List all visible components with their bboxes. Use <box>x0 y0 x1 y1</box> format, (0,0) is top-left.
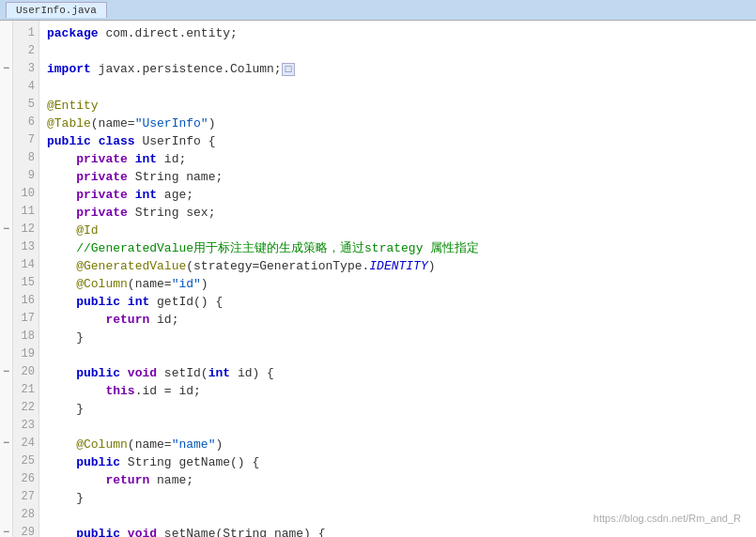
line-26: return name; <box>47 471 748 489</box>
line-23 <box>47 418 748 436</box>
import-collapse-toggle[interactable]: □ <box>282 63 296 76</box>
line-8: private int id; <box>47 150 748 168</box>
line-1: package com.direct.entity; <box>47 24 748 42</box>
code-content: package com.direct.entity; import javax.… <box>39 21 756 537</box>
line-28 <box>47 507 748 525</box>
line-27: } <box>47 489 748 507</box>
line-12: @Id <box>47 222 748 239</box>
fold-getname[interactable]: − <box>0 435 12 453</box>
line-22: } <box>47 400 748 418</box>
line-17: return id; <box>47 311 748 329</box>
line-19 <box>47 346 748 364</box>
line-21: this.id = id; <box>47 382 748 400</box>
line-4 <box>47 79 748 97</box>
line-7: public class UserInfo { <box>47 132 748 150</box>
line-3: import javax.persistence.Column;□ <box>47 60 748 79</box>
editor-container: UserInfo.java − − − <box>0 0 756 537</box>
line-29: public void setName(String name) { <box>47 525 748 537</box>
line-25: public String getName() { <box>47 453 748 471</box>
line-18: } <box>47 329 748 346</box>
code-area: − − − − − <box>0 21 756 537</box>
tab-bar: UserInfo.java <box>0 0 756 21</box>
fold-gutter: − − − − − <box>0 21 13 537</box>
line-10: private int age; <box>47 186 748 204</box>
fold-setid[interactable]: − <box>0 363 12 381</box>
fold-setname[interactable]: − <box>0 524 12 537</box>
fold-id-section[interactable]: − <box>0 221 12 238</box>
line-9: private String name; <box>47 168 748 186</box>
line-16: public int getId() { <box>47 293 748 311</box>
line-13: //GeneratedValue用于标注主键的生成策略，通过strategy 属… <box>47 239 748 257</box>
line-2 <box>47 42 748 60</box>
line-numbers: 1 2 3 4 5 6 7 8 9 10 11 12 13 14 15 16 1… <box>13 21 39 537</box>
line-24: @Column(name="name") <box>47 436 748 453</box>
line-20: public void setId(int id) { <box>47 364 748 382</box>
line-11: private String sex; <box>47 204 748 222</box>
line-5: @Entity <box>47 97 748 115</box>
line-15: @Column(name="id") <box>47 275 748 293</box>
fold-import[interactable]: − <box>0 60 12 78</box>
file-tab[interactable]: UserInfo.java <box>6 2 107 18</box>
line-14: @GeneratedValue(strategy=GenerationType.… <box>47 257 748 275</box>
line-6: @Table(name="UserInfo") <box>47 115 748 132</box>
